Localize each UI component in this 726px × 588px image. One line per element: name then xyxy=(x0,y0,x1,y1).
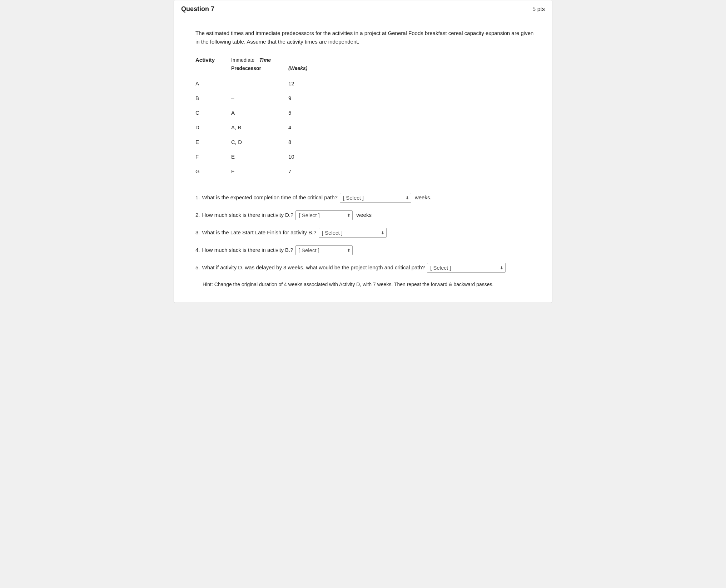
question-row-1: 1. What is the expected completion time … xyxy=(195,193,538,203)
select-wrapper-5: [ Select ] ⬍ xyxy=(427,263,506,273)
table-row: A – 12 xyxy=(195,76,538,91)
cell-activity: F xyxy=(195,154,231,160)
question-number-4: 4. xyxy=(195,246,200,254)
table-row: E C, D 8 xyxy=(195,135,538,149)
unit-label-2: weeks xyxy=(356,211,372,219)
question-row-4: 4. How much slack is there in activity B… xyxy=(195,245,538,255)
questions-section: 1. What is the expected completion time … xyxy=(195,193,538,288)
col-time-subheader: (Weeks) xyxy=(288,65,338,71)
question-number-5: 5. xyxy=(195,264,200,272)
cell-predecessor: E xyxy=(231,154,288,160)
question-body: The estimated times and immediate predec… xyxy=(174,18,552,303)
cell-activity: C xyxy=(195,110,231,116)
cell-time: 10 xyxy=(288,154,338,160)
question-number-1: 1. xyxy=(195,194,200,202)
select-dropdown-1[interactable]: [ Select ] xyxy=(340,193,411,203)
cell-time: 8 xyxy=(288,139,338,145)
question-container: Question 7 5 pts The estimated times and… xyxy=(174,0,552,303)
cell-time: 9 xyxy=(288,95,338,101)
table-header: Activity Immediate Time xyxy=(195,57,538,63)
cell-predecessor: – xyxy=(231,80,288,86)
question-text-3: What is the Late Start Late Finish for a… xyxy=(202,229,317,237)
table-row: B – 9 xyxy=(195,91,538,105)
cell-activity: E xyxy=(195,139,231,145)
question-text-5: What if activity D. was delayed by 3 wee… xyxy=(202,264,425,272)
question-item-5: 5. What if activity D. was delayed by 3 … xyxy=(195,263,538,288)
cell-activity: B xyxy=(195,95,231,101)
unit-label-1: weeks. xyxy=(415,194,432,202)
question-row-2: 2. How much slack is there in activity D… xyxy=(195,210,538,220)
cell-time: 4 xyxy=(288,124,338,130)
question-text-4: How much slack is there in activity B.? xyxy=(202,246,293,254)
activity-table: Activity Immediate Time Predecessor (Wee… xyxy=(195,57,538,179)
cell-time: 7 xyxy=(288,168,338,174)
select-wrapper-4: [ Select ] ⬍ xyxy=(295,245,353,255)
question-item-3: 3. What is the Late Start Late Finish fo… xyxy=(195,228,538,238)
select-wrapper-3: [ Select ] ⬍ xyxy=(319,228,387,238)
cell-predecessor: C, D xyxy=(231,139,288,145)
table-subheader: Predecessor (Weeks) xyxy=(195,65,538,71)
question-text-1: What is the expected completion time of … xyxy=(202,194,338,202)
hint-text-5: Hint: Change the original duration of 4 … xyxy=(195,280,538,288)
table-row: C A 5 xyxy=(195,105,538,120)
question-text-2: How much slack is there in activity D.? xyxy=(202,211,294,219)
question-row-3: 3. What is the Late Start Late Finish fo… xyxy=(195,228,538,238)
cell-predecessor: A, B xyxy=(231,124,288,130)
question-row-5: 5. What if activity D. was delayed by 3 … xyxy=(195,263,538,273)
cell-predecessor: – xyxy=(231,95,288,101)
question-points: 5 pts xyxy=(532,6,545,13)
cell-predecessor: F xyxy=(231,168,288,174)
cell-activity: D xyxy=(195,124,231,130)
col-time-header xyxy=(288,57,338,63)
table-row: D A, B 4 xyxy=(195,120,538,135)
table-row: G F 7 xyxy=(195,164,538,179)
table-rows: A – 12 B – 9 C A 5 D A, B 4 E C, D 8 F E… xyxy=(195,76,538,179)
col-predecessor-subheader: Predecessor xyxy=(231,65,288,71)
question-title: Question 7 xyxy=(181,5,214,13)
col-predecessor-header: Immediate Time xyxy=(231,57,288,63)
questions-list: 1. What is the expected completion time … xyxy=(195,193,538,288)
intro-text: The estimated times and immediate predec… xyxy=(195,29,538,46)
cell-activity: G xyxy=(195,168,231,174)
select-dropdown-3[interactable]: [ Select ] xyxy=(319,228,387,238)
question-header: Question 7 5 pts xyxy=(174,0,552,18)
question-number-3: 3. xyxy=(195,229,200,237)
select-dropdown-4[interactable]: [ Select ] xyxy=(295,245,353,255)
col-activity-header: Activity xyxy=(195,57,231,63)
cell-activity: A xyxy=(195,80,231,86)
question-number-2: 2. xyxy=(195,211,200,219)
question-item-4: 4. How much slack is there in activity B… xyxy=(195,245,538,255)
select-dropdown-2[interactable]: [ Select ] xyxy=(295,210,353,220)
cell-predecessor: A xyxy=(231,110,288,116)
table-row: F E 10 xyxy=(195,149,538,164)
select-wrapper-1: [ Select ] ⬍ xyxy=(340,193,411,203)
cell-time: 12 xyxy=(288,80,338,86)
question-item-2: 2. How much slack is there in activity D… xyxy=(195,210,538,220)
select-wrapper-2: [ Select ] ⬍ xyxy=(295,210,353,220)
question-item-1: 1. What is the expected completion time … xyxy=(195,193,538,203)
select-dropdown-5[interactable]: [ Select ] xyxy=(427,263,506,273)
cell-time: 5 xyxy=(288,110,338,116)
